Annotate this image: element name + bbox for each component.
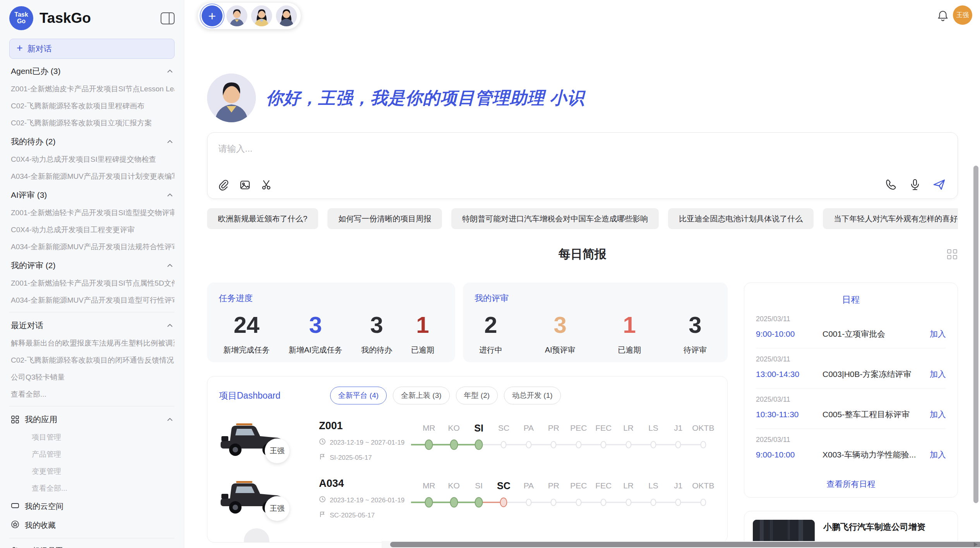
sidebar-recent-header[interactable]: 最近对话 <box>9 315 175 335</box>
sidebar-section-header[interactable]: Agent已办 (3) <box>9 61 175 80</box>
app-item[interactable]: 产品管理 <box>9 446 175 463</box>
collapse-sidebar-icon[interactable] <box>161 12 175 24</box>
chat-input[interactable]: 请输入... <box>207 132 958 199</box>
image-icon[interactable] <box>239 179 251 191</box>
horizontal-scrollbar[interactable] <box>382 541 980 548</box>
milestone-dot <box>425 497 433 508</box>
scissors-icon[interactable] <box>261 179 272 191</box>
schedule-row: 13:00-14:30C003|H0B-方案冻结评审加入 <box>756 369 946 380</box>
join-meeting-link[interactable]: 加入 <box>930 449 946 460</box>
sidebar-divider <box>9 538 175 538</box>
schedule-event-title: C003|H0B-方案冻结评审 <box>822 369 930 380</box>
project-owner-badge: 王强 <box>265 496 290 521</box>
sidebar-section-header-label: 我的待办 (2) <box>11 136 167 147</box>
schedule-row: 9:00-10:00X003-车辆动力学性能验...加入 <box>756 449 946 460</box>
vertical-scrollbar-thumb[interactable] <box>973 166 978 503</box>
my-apps-header[interactable]: 我的应用 <box>9 409 175 429</box>
app-item[interactable]: 查看全部... <box>9 480 175 497</box>
suggestion-chip[interactable]: 特朗普可能对进口汽车增税会对中国车企造成哪些影响 <box>451 208 659 229</box>
new-chat-button[interactable]: + 新对话 <box>9 39 175 59</box>
chevron-up-icon[interactable] <box>167 416 173 423</box>
dashboard-filter-chip[interactable]: 动总开发 (1) <box>504 387 561 404</box>
app-logo: Task Go <box>9 6 33 30</box>
sidebar-task-item[interactable]: C0X4-动力总成开发项目工程变更评审 <box>9 221 175 238</box>
milestone-label: MR <box>416 479 441 492</box>
horizontal-scrollbar-thumb[interactable] <box>390 542 980 547</box>
schedule-date: 2025/03/11 <box>756 436 946 444</box>
recent-chat-item[interactable]: 公司Q3轻卡销量 <box>9 369 175 386</box>
my-favorites[interactable]: 我的收藏 <box>9 516 175 535</box>
my-cloud-space[interactable]: 我的云空间 <box>9 497 175 516</box>
milestone-label: J1 <box>666 479 690 492</box>
schedule-card: 日程 2025/03/119:00-10:00C001-立项审批会加入2025/… <box>744 283 958 498</box>
dashboard-filter-chip[interactable]: 全新上装 (3) <box>393 387 450 404</box>
stat-value: 2 <box>479 313 502 337</box>
project-info: A0342023-12-19 ~ 2026-01-19SC-2025-05-17 <box>319 477 407 520</box>
attachment-icon[interactable] <box>218 179 229 191</box>
sidebar-section-header[interactable]: 我的待办 (2) <box>9 132 175 151</box>
dashboard-filter-chip[interactable]: 年型 (2) <box>456 387 498 404</box>
stat-label: 已逾期 <box>618 345 641 355</box>
my-favorites-icon <box>11 520 19 531</box>
suggestion-chip[interactable]: 当下年轻人对汽车外观有怎样的喜好趋势 <box>823 208 958 229</box>
milestone-label: LS <box>641 479 666 492</box>
layout-grid-icon[interactable] <box>947 249 957 259</box>
view-all-chats-link[interactable]: 查看全部... <box>9 386 175 403</box>
chevron-up-icon[interactable] <box>167 322 173 329</box>
next-project-row-hint <box>244 528 269 543</box>
sidebar-task-item[interactable]: A034-全新新能源MUV产品开发项目计划变更表编写 <box>9 168 175 185</box>
milestone-label: KO <box>441 421 466 435</box>
sidebar-section-header[interactable]: 我的评审 (2) <box>9 255 175 275</box>
join-meeting-link[interactable]: 加入 <box>930 409 946 420</box>
schedule-entry: 2025/03/119:00-10:00C001-立项审批会加入 <box>756 308 946 348</box>
sidebar-task-item[interactable]: C0X4-动力总成开发项目SI里程碑提交物检查 <box>9 151 175 168</box>
briefing-columns: 任务进度24新增完成任务3新增AI完成任务3我的待办1已逾期我的评审2进行中3A… <box>207 283 958 548</box>
dashboard-filter-chip[interactable]: 全新平台 (4) <box>330 387 387 404</box>
milestone-label: J1 <box>666 421 690 435</box>
sidebar-task-item[interactable]: Z001-全新燃油轻卡产品开发项目SI节点属性5D文件评审 <box>9 275 175 292</box>
content: 你好，王强，我是你的项目管理助理 小识 请输入... <box>207 0 958 548</box>
recent-chat-item[interactable]: C02-飞腾新能源轻客改款项目的闭环通告反馈情况 <box>9 352 175 369</box>
schedule-list: 2025/03/119:00-10:00C001-立项审批会加入2025/03/… <box>756 308 946 476</box>
milestone-label: MR <box>416 421 441 435</box>
sidebar-task-item[interactable]: C02-飞腾新能源轻客改款项目里程碑画布 <box>9 98 175 115</box>
project-flag-milestone: SC-2025-05-17 <box>319 511 407 520</box>
sidebar-task-item[interactable]: A034-全新新能源MUV产品开发项目法规符合性评审 <box>9 238 175 255</box>
recent-chat-item[interactable]: 解释最新出台的欧盟报废车法规再生塑料比例被调至15%... <box>9 335 175 352</box>
view-all-schedule-link[interactable]: 查看所有日程 <box>756 476 946 491</box>
schedule-event-title: X003-车辆动力学性能验... <box>822 449 930 460</box>
app-item[interactable]: 变更管理 <box>9 463 175 480</box>
sidebar-task-item[interactable]: Z001-全新燃油皮卡产品开发项目SI节点Lesson Learn报告 <box>9 80 175 98</box>
milestone-dot <box>650 441 656 449</box>
suggestion-chip[interactable]: 如何写一份清晰的项目周报 <box>327 208 442 229</box>
sidebar-task-item[interactable]: Z001-全新燃油轻卡产品开发项目SI造型提交物评审 <box>9 204 175 221</box>
chevron-up-icon[interactable] <box>167 68 173 74</box>
suggestion-chip[interactable]: 欧洲新规最近颁布了什么? <box>207 208 318 229</box>
scroll-right-arrow[interactable] <box>974 542 978 547</box>
join-meeting-link[interactable]: 加入 <box>930 369 946 380</box>
stat-label: 我的待办 <box>361 345 392 355</box>
send-icon[interactable] <box>933 178 946 191</box>
milestone-label: FEC <box>591 421 616 435</box>
app-item[interactable]: 项目管理 <box>9 429 175 446</box>
sidebar-task-item[interactable]: A034-全新新能源MUV产品开发项目造型可行性评审 <box>9 292 175 309</box>
milestone-dot <box>425 440 433 450</box>
join-meeting-link[interactable]: 加入 <box>930 329 946 339</box>
sidebar-list: Agent已办 (3)Z001-全新燃油皮卡产品开发项目SI节点Lesson L… <box>9 61 175 548</box>
chevron-up-icon[interactable] <box>167 262 173 269</box>
sidebar-task-item[interactable]: C02-飞腾新能源轻客改款项目立项汇报方案 <box>9 115 175 132</box>
briefing-title: 每日简报 <box>207 246 958 262</box>
phone-call-icon[interactable] <box>885 178 897 191</box>
stat: 3新增AI完成任务 <box>289 313 343 355</box>
microphone-icon[interactable] <box>909 178 921 191</box>
suggestion-chip[interactable]: 比亚迪全固态电池计划具体说了什么 <box>668 208 814 229</box>
ai-super-staff[interactable]: AI超级员工 <box>9 541 175 548</box>
project-row[interactable]: 王强Z0012023-12-19 ~ 2027-01-19SI-2025-05-… <box>219 419 716 462</box>
project-row[interactable]: 王强A0342023-12-19 ~ 2026-01-19SC-2025-05-… <box>219 477 716 520</box>
sidebar-section-header[interactable]: AI评审 (3) <box>9 185 175 204</box>
chevron-up-icon[interactable] <box>167 139 173 145</box>
schedule-date: 2025/03/11 <box>756 315 946 323</box>
milestone-dot <box>526 499 531 506</box>
chevron-up-icon[interactable] <box>167 192 173 198</box>
my-cloud-space-label: 我的云空间 <box>25 501 63 512</box>
